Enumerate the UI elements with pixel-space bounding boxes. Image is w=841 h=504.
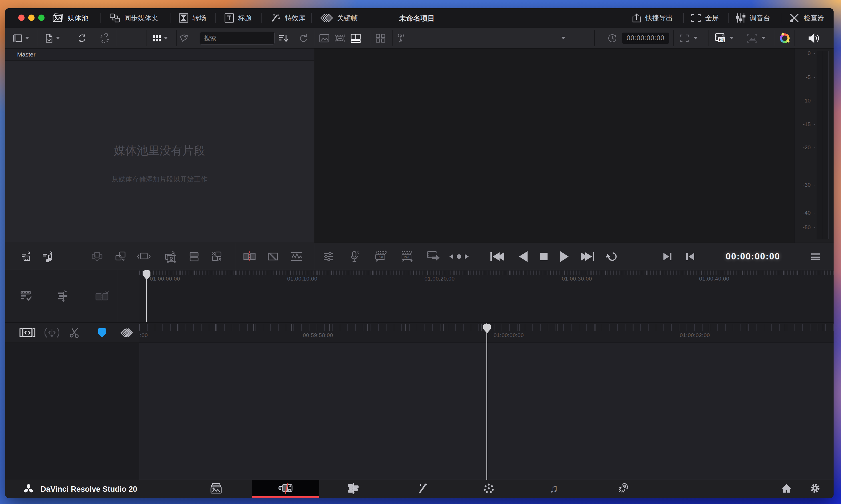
overwrite-button[interactable] (114, 243, 127, 270)
search-input[interactable] (200, 32, 275, 44)
refresh-button[interactable] (299, 28, 308, 49)
tab-effects-library[interactable]: 特效库 (271, 8, 305, 28)
zoom-button[interactable] (38, 15, 44, 21)
inspector-button[interactable]: 检查器 (789, 8, 824, 28)
nudge-control[interactable] (449, 243, 469, 270)
camera-select-dropdown[interactable] (561, 28, 565, 49)
poi-add-button[interactable]: POI (400, 243, 414, 270)
upper-playhead-handle[interactable] (143, 270, 150, 280)
duration-clock-button[interactable] (608, 28, 617, 49)
color-page-icon (482, 482, 495, 494)
list-check-icon (19, 290, 33, 302)
lower-timeline-header[interactable]: :0000:59:58:0001:00:00:0001:00:02:00 (5, 323, 834, 342)
split-clips-button[interactable] (69, 323, 80, 342)
smart-insert-button[interactable] (20, 243, 33, 270)
transition-button[interactable] (267, 243, 279, 270)
page-edit[interactable] (336, 480, 371, 496)
timeline-view-button-active[interactable] (351, 28, 361, 49)
viewer-zoom-control[interactable] (679, 28, 698, 49)
import-media-icon (45, 34, 53, 43)
keyframes-icon (321, 13, 333, 23)
page-fusion[interactable] (405, 480, 440, 496)
append-audio-button[interactable] (42, 243, 54, 270)
next-edit-button[interactable] (663, 243, 672, 270)
close-button[interactable] (18, 15, 24, 21)
live-overwrite-button[interactable] (397, 28, 405, 49)
scaling-control[interactable] (747, 28, 766, 49)
timeline-checklist-button[interactable] (19, 270, 33, 322)
fairlight-page-icon: ♫ (550, 483, 558, 494)
loop-button[interactable] (608, 243, 616, 270)
lower-ruler-timecode: :00 (140, 332, 148, 339)
source-tape-view-button[interactable] (334, 28, 345, 49)
fullscreen-button[interactable]: 全屏 (691, 8, 719, 28)
go-to-end-button[interactable] (580, 243, 594, 270)
upper-timeline[interactable]: 01:00:00:0001:00:10:0001:00:20:0001:00:3… (5, 270, 834, 322)
app-brand: DaVinci Resolve Studio 20 (23, 480, 137, 498)
audio-meter-bars (817, 51, 829, 239)
import-media-button[interactable] (45, 28, 60, 49)
playback-quality-control[interactable]: HQ (714, 28, 734, 49)
fit-to-fill-button[interactable] (137, 243, 151, 270)
bin-sidebar-toggle[interactable] (13, 28, 29, 49)
go-to-start-button[interactable] (490, 243, 504, 270)
tab-keyframes[interactable]: 关键帧 (321, 8, 358, 28)
cut-page-icon (278, 482, 294, 494)
stop-button[interactable] (540, 243, 548, 270)
trim-mode-button[interactable] (19, 323, 35, 342)
previous-edit-button[interactable] (686, 243, 694, 270)
timeline-tracks-area[interactable] (5, 342, 834, 480)
source-clip-view-button[interactable] (319, 28, 329, 49)
minimize-button[interactable] (28, 15, 35, 21)
mixer-button[interactable]: 调音台 (736, 8, 770, 28)
timeline-timecode[interactable]: 00:00:00:00 (726, 243, 780, 270)
audio-monitor-button[interactable] (808, 28, 820, 49)
page-fairlight[interactable]: ♫ (537, 480, 571, 496)
relink-media-button[interactable] (77, 28, 87, 49)
multicam-view-button[interactable] (376, 28, 386, 49)
voiceover-button[interactable] (350, 243, 360, 270)
tab-media-pool[interactable]: 媒体池 (52, 8, 88, 28)
mixer-icon (736, 13, 746, 23)
place-on-top-button[interactable] (164, 243, 177, 270)
split-clip-button[interactable] (243, 243, 256, 270)
pointer-mode-button[interactable] (44, 323, 59, 342)
poi-marker-button[interactable]: POI (374, 243, 388, 270)
chevron-down-icon (730, 37, 734, 39)
tab-titles[interactable]: 标题 (225, 8, 252, 28)
settings-button[interactable] (798, 480, 832, 496)
retime-button[interactable] (290, 243, 303, 270)
playhead-line[interactable] (486, 323, 487, 480)
quick-export-button[interactable]: 快捷导出 (632, 8, 673, 28)
page-deliver[interactable] (606, 480, 640, 496)
unlink-media-button[interactable] (100, 28, 110, 49)
bin-label[interactable]: Master (5, 49, 314, 60)
resolve-fx-button[interactable] (780, 28, 790, 49)
close-up-button[interactable] (210, 243, 223, 270)
viewer-panel[interactable] (314, 49, 794, 242)
cut-detection-button[interactable] (95, 270, 110, 322)
page-color[interactable] (471, 480, 506, 496)
sort-icon (279, 34, 288, 42)
tag-filter-button[interactable] (179, 28, 189, 49)
play-reverse-button[interactable] (519, 243, 527, 270)
transitions-tray-button[interactable] (121, 323, 134, 342)
tab-sync-bin[interactable]: 同步媒体夹 (109, 8, 158, 28)
clip-view-mode[interactable] (153, 28, 168, 49)
ripple-overwrite-button[interactable] (91, 243, 103, 270)
page-media[interactable] (199, 480, 233, 496)
page-cut-active[interactable] (269, 480, 303, 496)
sort-button[interactable] (279, 28, 288, 49)
quick-export-icon (632, 13, 642, 23)
source-overwrite-button[interactable] (427, 243, 441, 270)
tab-transitions[interactable]: 转场 (179, 8, 206, 28)
transport-toolbar: POI POI (5, 242, 834, 270)
upper-ruler-ticks[interactable] (139, 271, 834, 275)
append-at-end-button[interactable] (188, 243, 200, 270)
timeline-pin-button[interactable] (57, 270, 70, 322)
sync-lock-button[interactable] (98, 323, 106, 342)
timeline-options-menu[interactable] (811, 243, 820, 270)
play-button[interactable] (560, 243, 569, 270)
viewer-timecode-field[interactable]: 00:00:00:00 (622, 28, 669, 49)
audio-trim-button[interactable] (323, 243, 334, 270)
